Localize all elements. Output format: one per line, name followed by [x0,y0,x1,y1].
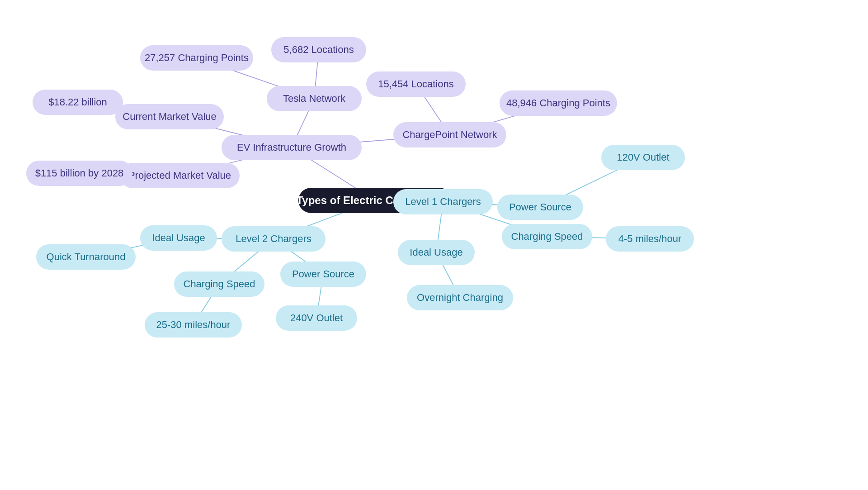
node-charging_speed_l1: Charging Speed [502,224,592,249]
node-power_source_l1: Power Source [497,195,583,220]
node-locations_5682: 5,682 Locations [271,37,366,62]
node-level1: Level 1 Chargers [393,189,493,214]
mindmap-container: Types of Electric Car ChargersEV Infrast… [0,0,868,490]
node-chargepoint: ChargePoint Network [393,122,506,147]
node-projected_market: Projected Market Value [120,163,240,188]
node-overnight: Overnight Charging [407,285,513,310]
node-market_18: $18.22 billion [33,90,123,115]
node-locations_15454: 15,454 Locations [366,71,466,97]
node-ideal_usage_l2: Ideal Usage [140,225,217,251]
node-level2: Level 2 Chargers [222,226,326,252]
node-outlet_240: 240V Outlet [276,305,357,331]
node-charging_points_27: 27,257 Charging Points [140,45,253,71]
node-ideal_usage_l1: Ideal Usage [398,240,475,265]
node-outlet_120: 120V Outlet [601,145,685,170]
node-charging_points_48: 48,946 Charging Points [500,90,617,116]
node-quick_turnaround: Quick Turnaround [36,244,136,270]
node-speed_25_30: 25-30 miles/hour [145,312,242,338]
node-speed_4_5: 4-5 miles/hour [606,226,694,252]
node-tesla_network: Tesla Network [267,86,362,111]
node-market_115: $115 billion by 2028 [26,161,132,186]
node-ev_growth: EV Infrastructure Growth [222,135,362,160]
node-current_market: Current Market Value [115,104,224,129]
node-charging_speed_l2: Charging Speed [174,271,264,297]
node-power_source_l2: Power Source [280,262,366,287]
